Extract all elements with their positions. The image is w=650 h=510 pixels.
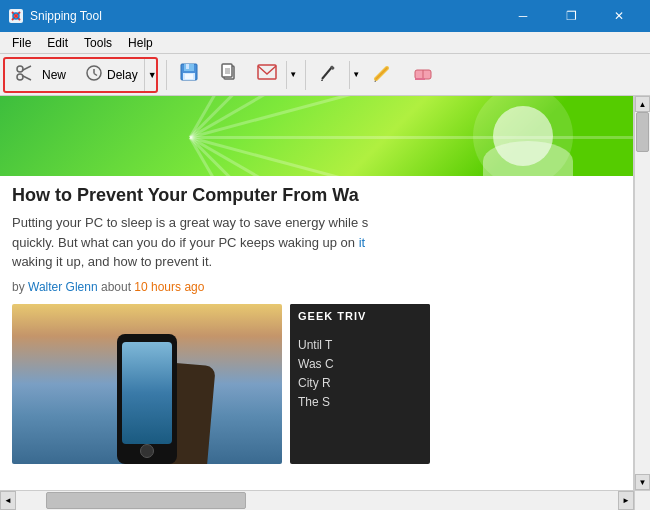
- new-label: New: [42, 68, 66, 82]
- article-meta: by Walter Glenn about 10 hours ago: [12, 280, 621, 294]
- email-button[interactable]: [252, 58, 286, 92]
- geek-line-4: The S: [298, 393, 422, 412]
- pen-group: ▼: [311, 58, 363, 92]
- svg-point-5: [17, 66, 23, 72]
- banner-dome: [483, 141, 573, 176]
- scroll-left-button[interactable]: ◄: [0, 491, 16, 510]
- eraser-icon: [412, 63, 438, 86]
- bottom-bar: ◄ ►: [0, 490, 650, 510]
- delay-dropdown-button[interactable]: ▼: [144, 59, 160, 91]
- menu-tools[interactable]: Tools: [76, 32, 120, 53]
- menu-help[interactable]: Help: [120, 32, 161, 53]
- separator-2: [305, 60, 306, 90]
- marker-button[interactable]: [365, 58, 403, 92]
- banner-circle: [493, 106, 553, 166]
- app-title: Snipping Tool: [30, 9, 500, 23]
- save-button[interactable]: [172, 58, 210, 92]
- copy-icon: [219, 62, 243, 87]
- web-content: How to Prevent Your Computer From Wa Put…: [0, 96, 633, 490]
- menu-file[interactable]: File: [4, 32, 39, 53]
- separator-1: [166, 60, 167, 90]
- geek-line-3: City R: [298, 374, 422, 393]
- pen-icon: [318, 63, 342, 86]
- phone-home-button: [140, 444, 154, 458]
- svg-line-10: [94, 74, 97, 76]
- email-icon: [257, 63, 281, 86]
- scroll-track-v[interactable]: [635, 112, 650, 474]
- delay-main[interactable]: Delay: [80, 59, 144, 91]
- scroll-down-button[interactable]: ▼: [635, 474, 650, 490]
- content-area: How to Prevent Your Computer From Wa Put…: [0, 96, 650, 490]
- main-area: How to Prevent Your Computer From Wa Put…: [0, 96, 650, 510]
- time-prefix: about: [101, 280, 134, 294]
- content-scroll[interactable]: How to Prevent Your Computer From Wa Put…: [0, 96, 634, 490]
- publish-time: 10 hours ago: [134, 280, 204, 294]
- svg-line-22: [322, 67, 332, 79]
- green-banner: [0, 96, 633, 176]
- geek-trivia-header: GEEK TRIV: [290, 304, 430, 328]
- delay-group[interactable]: Delay ▼: [79, 58, 161, 92]
- author-name: Walter Glenn: [28, 280, 98, 294]
- scroll-corner: [634, 491, 650, 510]
- svg-line-26: [376, 68, 387, 79]
- pen-button[interactable]: [311, 58, 349, 92]
- article-body: How to Prevent Your Computer From Wa Put…: [0, 176, 633, 472]
- close-button[interactable]: ✕: [596, 0, 642, 32]
- geek-line-1: Until T: [298, 336, 422, 355]
- phone-screen: [122, 342, 172, 444]
- app-icon: [8, 8, 24, 24]
- svg-rect-30: [415, 78, 425, 80]
- email-dropdown[interactable]: ▼: [286, 61, 300, 89]
- geek-trivia-image: GEEK TRIV Until T Was C City R The S: [290, 304, 430, 464]
- menu-bar: File Edit Tools Help: [0, 32, 650, 54]
- svg-rect-15: [185, 74, 193, 79]
- phone-image: [12, 304, 282, 464]
- scroll-track-h[interactable]: [16, 491, 618, 510]
- banner-rays: [0, 96, 633, 176]
- horizontal-scrollbar[interactable]: ◄ ►: [0, 491, 634, 510]
- new-button[interactable]: New: [4, 58, 77, 92]
- eraser-button[interactable]: [405, 58, 445, 92]
- svg-rect-21: [258, 65, 276, 79]
- delay-label: Delay: [107, 68, 138, 82]
- geek-line-2: Was C: [298, 355, 422, 374]
- email-group: ▼: [252, 58, 300, 92]
- save-icon: [179, 62, 203, 87]
- scroll-up-button[interactable]: ▲: [635, 96, 650, 112]
- menu-edit[interactable]: Edit: [39, 32, 76, 53]
- phone-silhouette: [117, 334, 177, 464]
- minimize-button[interactable]: ─: [500, 0, 546, 32]
- copy-button[interactable]: [212, 58, 250, 92]
- article-images: GEEK TRIV Until T Was C City R The S: [12, 304, 621, 464]
- svg-rect-13: [186, 64, 189, 69]
- toolbar-wrapper: New Delay ▼: [0, 54, 650, 96]
- by-label: by: [12, 280, 25, 294]
- scroll-thumb-h[interactable]: [46, 492, 246, 509]
- scroll-right-button[interactable]: ►: [618, 491, 634, 510]
- title-bar: Snipping Tool ─ ❐ ✕: [0, 0, 650, 32]
- toolbar: New Delay ▼: [0, 54, 650, 96]
- scissors-icon: [15, 64, 37, 85]
- restore-button[interactable]: ❐: [548, 0, 594, 32]
- pen-dropdown[interactable]: ▼: [349, 61, 363, 89]
- article-text: Putting your PC to sleep is a great way …: [12, 213, 621, 272]
- article-title: How to Prevent Your Computer From Wa: [12, 184, 621, 207]
- clock-icon: [86, 65, 102, 84]
- marker-icon: [372, 63, 396, 86]
- geek-trivia-content: Until T Was C City R The S: [290, 328, 430, 421]
- window-controls: ─ ❐ ✕: [500, 0, 642, 32]
- svg-point-4: [17, 74, 23, 80]
- vertical-scrollbar[interactable]: ▲ ▼: [634, 96, 650, 490]
- scroll-thumb-v[interactable]: [636, 112, 649, 152]
